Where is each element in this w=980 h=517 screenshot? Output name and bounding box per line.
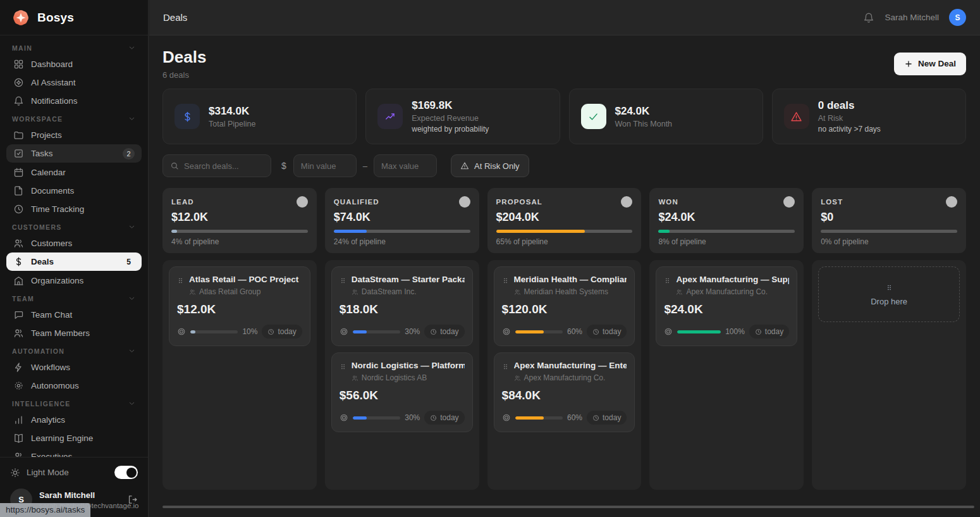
- stat-label: Expected Revenue: [412, 114, 489, 123]
- stat-card-won-this-month: $24.0K Won This Month: [569, 89, 763, 144]
- sidebar-item-deals[interactable]: Deals 5: [6, 252, 142, 271]
- horizontal-scrollbar[interactable]: [162, 506, 974, 508]
- deal-company-name: Apex Manufacturing Co.: [524, 373, 606, 382]
- stat-value: 0 deals: [818, 99, 881, 112]
- drag-handle-icon[interactable]: [502, 362, 509, 371]
- deal-card-apex-manufacturing-co[interactable]: Apex Manufacturing — Supp... Apex Manufa…: [656, 266, 797, 346]
- target-icon: [177, 327, 186, 336]
- light-mode-toggle[interactable]: [114, 466, 138, 479]
- nav-section-header-automation[interactable]: AUTOMATION: [6, 342, 142, 358]
- drag-handle-icon[interactable]: [340, 362, 346, 371]
- sidebar-item-calendar[interactable]: Calendar: [6, 163, 142, 181]
- at-risk-only-button[interactable]: At Risk Only: [451, 154, 529, 177]
- deal-title: Nordic Logistics — Platform I...: [352, 361, 465, 370]
- sidebar-item-autonomous[interactable]: Autonomous: [6, 377, 142, 394]
- deal-count: 6 deals: [162, 70, 206, 80]
- nav-section-intelligence: INTELLIGENCE Analytics Learning Engine E…: [6, 395, 142, 457]
- clock-icon: [267, 328, 274, 335]
- deal-card-datastream-inc[interactable]: DataStream — Starter Packa... DataStream…: [331, 266, 473, 346]
- sidebar-item-dashboard[interactable]: Dashboard: [6, 55, 142, 73]
- sidebar-item-documents[interactable]: Documents: [6, 182, 142, 199]
- chevron-down-icon: [128, 399, 136, 408]
- avatar[interactable]: S: [949, 9, 966, 26]
- min-value-input[interactable]: [301, 161, 349, 171]
- column-count-badge: [297, 196, 308, 208]
- column-count-badge: [621, 196, 632, 208]
- nav-section-header-team[interactable]: TEAM: [6, 290, 142, 305]
- drag-handle-icon[interactable]: [340, 276, 346, 285]
- sidebar-item-executives[interactable]: Executives: [6, 447, 142, 457]
- calendar-icon: [13, 167, 24, 178]
- new-deal-button[interactable]: New Deal: [894, 53, 966, 75]
- sidebar-item-ai-assistant[interactable]: AI Assistant: [6, 73, 142, 91]
- column-total-value: $24.0K: [658, 211, 795, 224]
- drag-handle-icon[interactable]: [664, 276, 671, 285]
- sidebar-item-label: Projects: [31, 130, 62, 140]
- content: Deals 6 deals New Deal $314.0K Total Pip…: [149, 35, 980, 490]
- deal-company-name: Atlas Retail Group: [199, 287, 260, 296]
- deal-card-apex-manufacturing-co[interactable]: Apex Manufacturing — Enter... Apex Manuf…: [494, 352, 635, 432]
- nav-section-header-intelligence[interactable]: INTELLIGENCE: [6, 395, 142, 410]
- sidebar-item-time-tracking[interactable]: Time Tracking: [6, 200, 142, 218]
- min-value-box: [293, 154, 357, 177]
- column-total-value: $204.0K: [496, 211, 633, 224]
- drop-zone[interactable]: Drop here: [818, 266, 960, 322]
- sidebar-item-tasks[interactable]: Tasks 2: [6, 144, 142, 163]
- deal-card-nordic-logistics-ab[interactable]: Nordic Logistics — Platform I... Nordic …: [331, 352, 473, 432]
- sidebar-item-analytics[interactable]: Analytics: [6, 411, 142, 428]
- drag-handle-icon[interactable]: [177, 276, 184, 285]
- search-input[interactable]: [184, 161, 264, 171]
- stat-value: $314.0K: [209, 105, 255, 118]
- column-body-won: Apex Manufacturing — Supp... Apex Manufa…: [649, 260, 804, 490]
- deal-title: Apex Manufacturing — Enter...: [514, 361, 627, 370]
- column-name: LEAD: [171, 198, 194, 206]
- sidebar-item-label: Calendar: [31, 168, 66, 177]
- nav-section-label: INTELLIGENCE: [12, 400, 71, 408]
- nav-section-header-main[interactable]: MAIN: [6, 39, 142, 54]
- kanban-column-qualified: QUALIFIED $74.0K 24% of pipeline DataStr…: [325, 188, 479, 490]
- deal-card-atlas-retail-group[interactable]: Atlas Retail — POC Project Atlas Retail …: [169, 266, 310, 346]
- deal-company-name: DataStream Inc.: [362, 287, 417, 296]
- sidebar-item-organizations[interactable]: Organizations: [6, 271, 142, 289]
- drag-handle-icon[interactable]: [502, 276, 509, 285]
- stat-label: At Risk: [818, 114, 881, 123]
- nav-section-main: MAIN Dashboard AI Assistant Notification…: [6, 39, 142, 109]
- pipeline-bar: [334, 230, 470, 233]
- column-body-lead: Atlas Retail — POC Project Atlas Retail …: [162, 260, 317, 490]
- sidebar-item-workflows[interactable]: Workflows: [6, 358, 142, 376]
- bosys-logo-icon: [11, 8, 31, 28]
- nav-section-header-customers[interactable]: CUSTOMERS: [6, 218, 142, 234]
- column-body-proposal: Meridian Health — Complianc... Meridian …: [487, 260, 642, 490]
- kanban-column-lead: LEAD $12.0K 4% of pipeline Atlas Retail …: [162, 188, 317, 490]
- deal-value: $18.0K: [340, 302, 465, 316]
- sidebar-item-learning-engine[interactable]: Learning Engine: [6, 429, 142, 447]
- deal-title: Apex Manufacturing — Supp...: [676, 275, 789, 284]
- column-total-value: $74.0K: [334, 211, 470, 224]
- due-label: today: [440, 413, 458, 422]
- logout-icon[interactable]: [127, 494, 138, 505]
- light-mode-label: Light Mode: [27, 468, 69, 477]
- bell-icon[interactable]: [863, 12, 874, 23]
- sidebar-item-team-chat[interactable]: Team Chat: [6, 306, 142, 323]
- sidebar-item-team-members[interactable]: Team Members: [6, 324, 142, 342]
- deal-card-meridian-health-systems[interactable]: Meridian Health — Complianc... Meridian …: [494, 266, 635, 346]
- clock-icon: [13, 204, 24, 215]
- stat-card-at-risk: 0 deals At Risk no activity >7 days: [772, 89, 966, 144]
- deal-value: $84.0K: [502, 389, 627, 402]
- pipeline-percent-label: 65% of pipeline: [496, 237, 633, 246]
- column-header-qualified: QUALIFIED $74.0K 24% of pipeline: [325, 188, 479, 253]
- deal-company-name: Meridian Health Systems: [524, 287, 608, 296]
- pipeline-percent-label: 0% of pipeline: [821, 237, 957, 246]
- max-value-input[interactable]: [381, 161, 429, 171]
- brand[interactable]: Bosys: [0, 0, 148, 35]
- sidebar-item-notifications[interactable]: Notifications: [6, 92, 142, 109]
- target-icon: [340, 413, 348, 422]
- target-icon: [340, 327, 348, 336]
- column-body-qualified: DataStream — Starter Packa... DataStream…: [325, 260, 479, 490]
- sidebar-item-projects[interactable]: Projects: [6, 126, 142, 144]
- nav-section-header-workspace[interactable]: WORKSPACE: [6, 110, 142, 125]
- sidebar-item-customers[interactable]: Customers: [6, 234, 142, 252]
- bell-icon: [13, 96, 24, 106]
- company-icon: [676, 289, 683, 296]
- users-icon: [13, 238, 24, 249]
